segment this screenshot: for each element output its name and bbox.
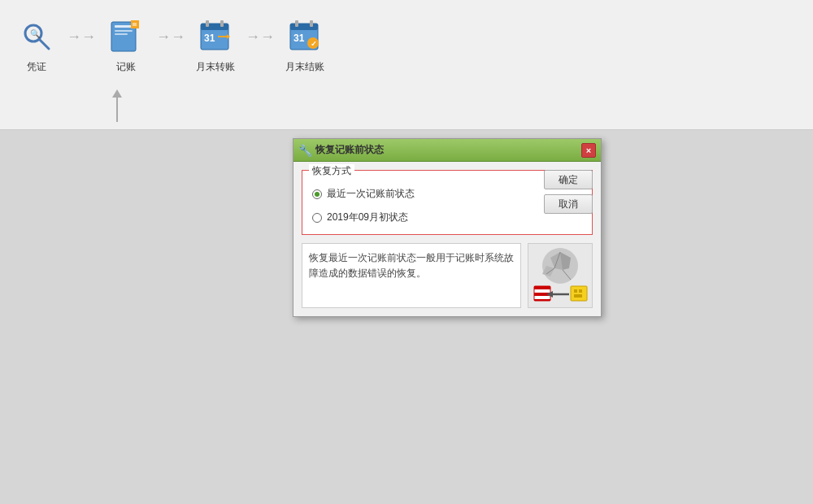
svg-rect-39	[574, 289, 577, 293]
up-arrow-head	[112, 89, 122, 98]
dialog-title-left: 🔧 恢复记账前状态	[298, 143, 384, 157]
month-transfer-icon: 31	[195, 16, 236, 57]
svg-rect-4	[115, 25, 133, 28]
workflow-area: 🔍 凭证 →→ 记账 →→	[0, 0, 813, 130]
step-month-transfer: 31 月末转账	[195, 16, 236, 74]
svg-rect-40	[579, 289, 582, 293]
month-transfer-label: 月末转账	[196, 60, 235, 74]
confirm-button[interactable]: 确定	[544, 170, 593, 189]
svg-rect-19	[290, 24, 318, 30]
ledger-icon	[106, 16, 146, 57]
radio-recent-label: 最近一次记账前状态	[327, 187, 415, 201]
svg-rect-38	[571, 286, 587, 301]
vertical-line	[116, 98, 118, 122]
dialog-title-icon: 🔧	[298, 144, 312, 157]
svg-rect-35	[534, 299, 550, 301]
groupbox-title: 恢复方式	[309, 164, 354, 178]
svg-rect-12	[201, 24, 228, 30]
svg-text:🔍: 🔍	[30, 28, 41, 39]
svg-rect-8	[131, 20, 139, 28]
vertical-arrow	[112, 89, 122, 122]
svg-rect-14	[220, 20, 224, 27]
cancel-button[interactable]: 取消	[544, 194, 593, 214]
restore-illustration	[528, 243, 593, 308]
dialog-body: 恢复方式 最近一次记账前状态 2019年09月初状态 恢复最近一次记账前状态一般…	[293, 162, 601, 316]
month-close-label: 月末结账	[285, 60, 324, 74]
svg-rect-33	[534, 286, 550, 289]
radio-option-initial[interactable]: 2019年09月初状态	[312, 211, 582, 224]
svg-text:31: 31	[204, 33, 215, 44]
restore-svg	[530, 245, 590, 306]
svg-line-1	[39, 39, 49, 49]
audit-label: 凭证	[27, 60, 46, 74]
dialog-title-text: 恢复记账前状态	[315, 143, 384, 157]
arrow-2: →→	[146, 29, 195, 46]
svg-rect-21	[310, 20, 313, 27]
dialog-restore: 🔧 恢复记账前状态 × 恢复方式 最近一次记账前状态 2019年09月初状态	[293, 138, 602, 317]
svg-rect-5	[115, 30, 133, 32]
month-close-icon: 31 ✓	[285, 16, 325, 57]
svg-rect-41	[574, 294, 582, 298]
step-ledger: 记账	[106, 16, 146, 74]
arrow-1: →→	[57, 29, 106, 46]
radio-initial-label: 2019年09月初状态	[327, 211, 408, 224]
radio-recent[interactable]	[312, 189, 322, 199]
step-month-close: 31 ✓ 月末结账	[285, 16, 325, 74]
bottom-section: 恢复最近一次记账前状态一般用于记账时系统故障造成的数据错误的恢复。	[302, 243, 593, 308]
arrow-3: →→	[236, 29, 285, 46]
ledger-label: 记账	[116, 60, 136, 74]
dialog-close-button[interactable]: ×	[581, 143, 596, 158]
workflow-steps: 🔍 凭证 →→ 记账 →→	[0, 0, 813, 74]
svg-text:✓: ✓	[311, 40, 317, 48]
radio-initial[interactable]	[312, 213, 322, 223]
audit-icon: 🔍	[16, 16, 57, 57]
step-audit: 🔍 凭证	[16, 16, 57, 74]
description-box: 恢复最近一次记账前状态一般用于记账时系统故障造成的数据错误的恢复。	[302, 243, 521, 308]
dialog-titlebar: 🔧 恢复记账前状态 ×	[293, 139, 601, 162]
svg-rect-6	[115, 33, 128, 35]
radio-option-recent[interactable]: 最近一次记账前状态	[312, 187, 582, 201]
svg-rect-20	[295, 20, 298, 27]
svg-rect-13	[206, 20, 209, 27]
button-group: 确定 取消	[544, 170, 593, 214]
svg-text:31: 31	[293, 33, 305, 44]
